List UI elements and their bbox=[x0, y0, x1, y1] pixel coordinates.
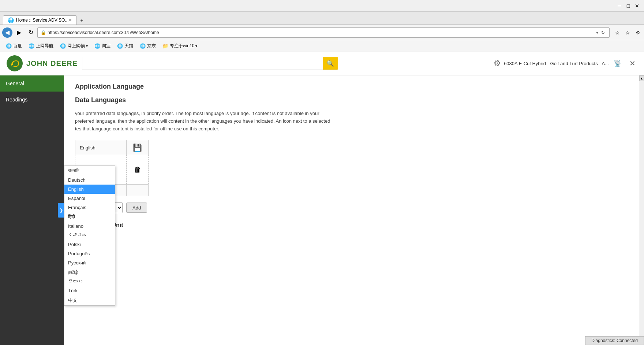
dropdown-item-turk[interactable]: Türk bbox=[64, 286, 115, 295]
download-icon: 💾 bbox=[133, 144, 142, 152]
paper-sizing-section: Paper Sizing Unit bbox=[75, 222, 633, 229]
taobao-icon: 🌐 bbox=[94, 43, 100, 49]
close-window-btn[interactable]: ✕ bbox=[633, 2, 641, 10]
data-languages-title: Data Languages bbox=[75, 96, 633, 104]
bookmark-tianmao[interactable]: 🌐 天猫 bbox=[114, 42, 136, 50]
browser-titlebar: ─ □ ✕ bbox=[0, 0, 644, 12]
dropdown-item-polski[interactable]: Polski bbox=[64, 240, 115, 249]
language-dropdown-overlay[interactable]: বাংলালি Deutsch English Español Français… bbox=[64, 166, 115, 306]
bookmark-nav[interactable]: 🌐 上网导航 bbox=[26, 42, 56, 50]
paper-sizing-title: Paper Sizing Unit bbox=[75, 222, 633, 229]
main-panel: Application Language Data Languages your… bbox=[64, 75, 644, 345]
sidebar-general-label: General bbox=[6, 81, 24, 86]
browser-tab-active[interactable]: 🌐 Home :: Service ADVISO... ✕ bbox=[3, 15, 77, 25]
sidebar-item-readings[interactable]: Readings bbox=[0, 92, 64, 108]
browser-addressbar: ◀ ▶ ↻ 🔒 https://serviceadvisorlocal.deer… bbox=[0, 25, 644, 40]
logo-area: JOHN DEERE bbox=[6, 55, 78, 72]
header-right: ⚙ 6080A E-Cut Hybrid - Golf and Turf Pro… bbox=[494, 57, 638, 69]
logo-text: JOHN DEERE bbox=[26, 59, 78, 68]
add-language-btn[interactable]: Add bbox=[126, 203, 147, 213]
dropdown-item-italiano[interactable]: Italiano bbox=[64, 222, 115, 231]
right-scrollbar: ▲ ▼ bbox=[639, 75, 644, 345]
add-language-row: Select One বাংলালি Deutsch English Españ… bbox=[75, 202, 633, 213]
chinese-icon-cell bbox=[127, 185, 149, 196]
product-name: 6080A E-Cut Hybrid - Golf and Turf Produ… bbox=[504, 61, 609, 66]
refresh-btn[interactable]: ↻ bbox=[26, 27, 36, 38]
forward-btn[interactable]: ▶ bbox=[14, 27, 24, 38]
shopping-icon: 🌐 bbox=[60, 43, 66, 49]
app-language-section: Application Language bbox=[75, 83, 633, 90]
dropdown-item-kannada[interactable]: ಕನ್ನಡ bbox=[64, 231, 115, 240]
shopping-chevron-icon: ▾ bbox=[86, 44, 88, 48]
baidu-icon: 🌐 bbox=[6, 43, 12, 49]
scroll-up-btn[interactable]: ▲ bbox=[639, 75, 644, 81]
bookmark-shopping[interactable]: 🌐 网上购物 ▾ bbox=[57, 42, 91, 50]
dropdown-item-bengali[interactable]: বাংলালি bbox=[64, 166, 115, 175]
nav-icon: 🌐 bbox=[29, 43, 34, 49]
bookmark-taobao[interactable]: 🌐 淘宝 bbox=[91, 42, 113, 50]
tianmao-icon: 🌐 bbox=[117, 43, 123, 49]
dropdown-item-hindi[interactable]: हिंदी bbox=[64, 212, 115, 222]
browser-tabbar: 🌐 Home :: Service ADVISO... ✕ + bbox=[0, 12, 644, 25]
dropdown-item-deutsch[interactable]: Deutsch bbox=[64, 175, 115, 185]
tab-close-btn[interactable]: ✕ bbox=[68, 18, 72, 23]
dropdown-item-espanol[interactable]: Español bbox=[64, 194, 115, 203]
minimize-btn[interactable]: ─ bbox=[615, 2, 624, 10]
dropdown-item-chinese[interactable]: 中文 bbox=[64, 295, 115, 305]
bookmark-shopping-label: 网上购物 bbox=[67, 43, 85, 49]
search-button[interactable]: 🔍 bbox=[323, 57, 338, 70]
dropdown-item-russian[interactable]: Русский bbox=[64, 258, 115, 267]
app-language-title: Application Language bbox=[75, 83, 633, 90]
bookmark-jingdong-label: 京东 bbox=[147, 43, 156, 49]
dropdown-item-tamil[interactable]: தமிழ் bbox=[64, 267, 115, 277]
app-body: General Readings ❯ Application Language … bbox=[0, 75, 644, 345]
win10-chevron-icon: ▾ bbox=[195, 44, 197, 48]
gear-icon: ⚙ bbox=[494, 59, 501, 68]
delete-cell[interactable]: 🗑 bbox=[127, 155, 149, 185]
bookmark-tianmao-label: 天猫 bbox=[124, 43, 133, 49]
maximize-btn[interactable]: □ bbox=[624, 2, 632, 10]
data-languages-section: Data Languages your preferred data langu… bbox=[75, 96, 633, 213]
bookmarks-bar: 🌐 百度 🌐 上网导航 🌐 网上购物 ▾ 🌐 淘宝 🌐 天猫 🌐 京东 📁 专注… bbox=[0, 40, 644, 52]
dropdown-item-english[interactable]: English bbox=[64, 185, 115, 194]
url-display: https://serviceadvisorlocal.deere.com:30… bbox=[48, 30, 595, 35]
dropdown-item-telugu[interactable]: తెలుగు bbox=[64, 277, 115, 286]
john-deere-logo-icon bbox=[6, 55, 23, 72]
status-bar: Diagnostics: Connected bbox=[585, 336, 644, 345]
jingdong-icon: 🌐 bbox=[140, 43, 146, 49]
address-refresh-btn[interactable]: ↻ bbox=[600, 29, 606, 36]
bookmark-win10-label: 专注于win10 bbox=[170, 43, 194, 49]
sidebar-readings-label: Readings bbox=[6, 97, 27, 103]
data-languages-desc: your preferred data languages, in priori… bbox=[75, 110, 331, 133]
new-tab-btn[interactable]: + bbox=[78, 16, 86, 25]
settings-star-btn[interactable]: ☆ bbox=[624, 29, 632, 37]
address-dropdown-btn[interactable]: ▾ bbox=[595, 29, 600, 36]
app-header: JOHN DEERE 🔍 ⚙ 6080A E-Cut Hybrid - Golf… bbox=[0, 52, 644, 75]
scrollbar-track bbox=[639, 81, 644, 339]
address-bar[interactable]: 🔒 https://serviceadvisorlocal.deere.com:… bbox=[37, 27, 610, 38]
product-info: ⚙ 6080A E-Cut Hybrid - Golf and Turf Pro… bbox=[494, 59, 609, 68]
bookmark-nav-label: 上网导航 bbox=[36, 43, 53, 49]
back-btn[interactable]: ◀ bbox=[2, 27, 12, 38]
bookmark-win10[interactable]: 📁 专注于win10 ▾ bbox=[160, 42, 200, 50]
tools-btn[interactable]: ⚙ bbox=[634, 29, 642, 37]
search-input[interactable] bbox=[82, 57, 323, 70]
bookmark-jingdong[interactable]: 🌐 京东 bbox=[137, 42, 159, 50]
status-text: Diagnostics: Connected bbox=[591, 338, 638, 343]
sidebar-item-general[interactable]: General bbox=[0, 75, 64, 92]
network-icon-btn[interactable]: 📡 bbox=[612, 57, 624, 69]
win10-folder-icon: 📁 bbox=[162, 43, 168, 49]
english-label-cell: English bbox=[75, 140, 127, 155]
bookmark-baidu[interactable]: 🌐 百度 bbox=[3, 42, 25, 50]
favorites-btn[interactable]: ☆ bbox=[613, 29, 621, 37]
header-close-btn[interactable]: ✕ bbox=[626, 57, 638, 69]
dropdown-item-portugues[interactable]: Português bbox=[64, 249, 115, 258]
search-bar: 🔍 bbox=[82, 57, 338, 70]
trash-icon: 🗑 bbox=[134, 166, 141, 174]
dropdown-item-francais[interactable]: Français bbox=[64, 203, 115, 212]
sidebar: General Readings ❯ bbox=[0, 75, 64, 345]
sidebar-toggle-btn[interactable]: ❯ bbox=[58, 203, 64, 218]
tab-title: Home :: Service ADVISO... bbox=[16, 18, 68, 23]
content-area: Application Language Data Languages your… bbox=[64, 75, 644, 345]
tab-favicon: 🌐 bbox=[8, 17, 14, 23]
